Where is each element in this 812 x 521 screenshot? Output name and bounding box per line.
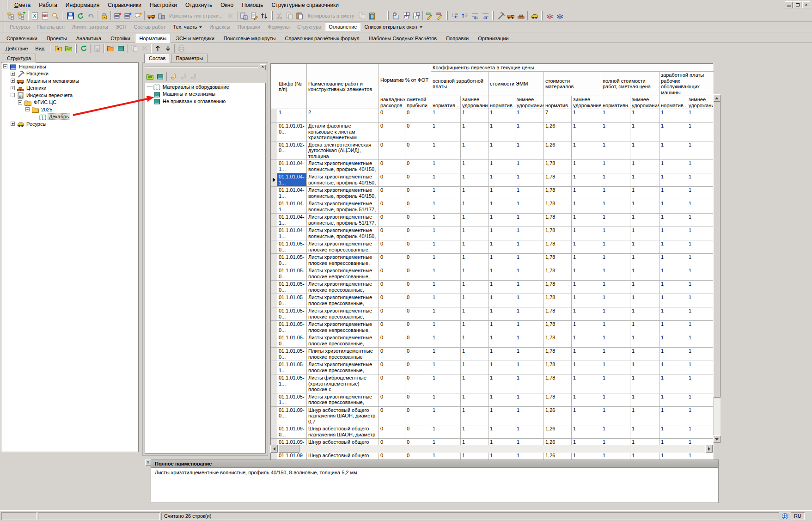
cell-value[interactable]: 1 bbox=[461, 187, 488, 200]
menu-8[interactable]: Помощь bbox=[238, 1, 267, 9]
cell-value[interactable]: 1,78 bbox=[544, 321, 572, 334]
level-left-icon[interactable] bbox=[470, 11, 480, 21]
cell-value[interactable]: 1 bbox=[601, 294, 630, 307]
cell-value[interactable]: 0 bbox=[405, 109, 431, 123]
cell-value[interactable]: 1 bbox=[431, 267, 461, 281]
tab-structure[interactable]: Структура bbox=[2, 54, 36, 63]
prices-icon[interactable] bbox=[516, 11, 526, 21]
cell-value[interactable]: 1 bbox=[601, 109, 630, 123]
cell-value[interactable]: 0 bbox=[405, 173, 431, 187]
cell-value[interactable]: 1 bbox=[431, 109, 461, 123]
save-icon[interactable] bbox=[65, 11, 75, 21]
column-header[interactable]: заработной платы рабочих обслуживающих м… bbox=[659, 72, 714, 96]
cell-value[interactable]: 1 bbox=[488, 173, 515, 187]
cell-value[interactable]: 1 bbox=[601, 393, 630, 406]
cell-value[interactable]: 1 bbox=[687, 187, 714, 200]
cell-value[interactable]: 1 bbox=[659, 214, 687, 227]
cell-value[interactable]: 0 bbox=[379, 374, 405, 393]
cell-value[interactable]: 0 bbox=[405, 254, 431, 267]
tree-item-машины-и-механизмы[interactable]: +Машины и механизмы bbox=[1, 77, 138, 85]
cell-value[interactable]: 1 bbox=[488, 187, 515, 200]
cell-value[interactable]: 1 bbox=[687, 307, 714, 321]
cell-code[interactable]: 01.1.01.04-1... bbox=[277, 187, 307, 200]
tab-справочник-расч-тных-формул[interactable]: Справочник расчётных формул bbox=[281, 34, 364, 43]
cell-value[interactable]: 1 bbox=[687, 374, 714, 393]
menu-4[interactable]: Справочники bbox=[104, 1, 146, 9]
cell-value[interactable]: 1 bbox=[630, 321, 659, 334]
cell-value[interactable]: 1 bbox=[461, 393, 488, 406]
cell-name[interactable]: Листы хризотилцементные плоские прессова… bbox=[307, 307, 379, 321]
cell-value[interactable]: 0 bbox=[379, 254, 405, 267]
folder-collapse-icon[interactable] bbox=[145, 71, 155, 81]
cell-value[interactable]: 1 bbox=[431, 160, 461, 173]
cell-value[interactable]: 1 bbox=[572, 321, 601, 334]
cell-value[interactable]: 0 bbox=[405, 361, 431, 374]
cell-value[interactable]: 1,78 bbox=[544, 294, 572, 307]
cell-value[interactable]: 1 bbox=[488, 361, 515, 374]
cell-value[interactable]: 1 bbox=[488, 374, 515, 393]
cell-name[interactable]: Листы фиброцементные (хризотилцементные)… bbox=[307, 374, 379, 393]
cell-value[interactable]: 1 bbox=[630, 254, 659, 267]
view-состав-работ[interactable]: Состав работ bbox=[130, 23, 170, 31]
cell-value[interactable]: 0 bbox=[405, 307, 431, 321]
tab-аналитика[interactable]: Аналитика bbox=[72, 34, 106, 43]
cell-value[interactable]: 1 bbox=[515, 160, 544, 173]
view-ресурсы[interactable]: Ресурсы bbox=[6, 23, 33, 31]
view-оглавление[interactable]: Оглавление bbox=[325, 23, 360, 31]
cell-value[interactable]: 1 bbox=[515, 348, 544, 361]
cell-value[interactable]: 0 bbox=[379, 307, 405, 321]
cell-value[interactable]: 1 bbox=[461, 406, 488, 425]
cell-value[interactable]: 1 bbox=[601, 425, 630, 439]
cell-value[interactable]: 1,26 bbox=[544, 425, 572, 439]
cell-value[interactable]: 1 bbox=[488, 406, 515, 425]
cell-value[interactable]: 1 bbox=[659, 406, 687, 425]
cell-value[interactable]: 0 bbox=[379, 393, 405, 406]
edit-norm-icon[interactable] bbox=[424, 11, 434, 21]
tab-проекты[interactable]: Проекты bbox=[42, 34, 72, 43]
cell-value[interactable]: 1 bbox=[659, 348, 687, 361]
cell-value[interactable]: 0 bbox=[405, 374, 431, 393]
cell-value[interactable]: 1 bbox=[461, 109, 488, 123]
book-p-icon[interactable]: P bbox=[401, 11, 411, 21]
cell-value[interactable]: 0 bbox=[379, 281, 405, 294]
cell-code[interactable]: 01.1.01.09-0... bbox=[277, 425, 307, 439]
cell-name[interactable]: Листы хризотилцементные волнистые, профи… bbox=[307, 200, 379, 214]
cell-value[interactable]: 1 bbox=[488, 214, 515, 227]
cell-value[interactable]: 1 bbox=[515, 406, 544, 425]
toolbar-grip[interactable] bbox=[541, 11, 543, 20]
cell-value[interactable]: 1 bbox=[630, 307, 659, 321]
cell-value[interactable]: 1 bbox=[488, 281, 515, 294]
cell-value[interactable]: 1 bbox=[687, 425, 714, 439]
cell-value[interactable]: 1 bbox=[572, 227, 601, 240]
books-pink-icon[interactable] bbox=[544, 11, 555, 21]
toc-item-машины-и-механизмы[interactable]: Машины и механизмы bbox=[145, 91, 265, 98]
cell-value[interactable]: 1 bbox=[630, 160, 659, 173]
resource-copy-icon[interactable] bbox=[146, 11, 156, 21]
tree-item-декабрь[interactable]: Декабрь bbox=[1, 113, 138, 121]
cell-value[interactable]: 0 bbox=[379, 406, 405, 425]
cell-value[interactable]: 1 bbox=[461, 307, 488, 321]
column-header[interactable]: нормативн... bbox=[601, 96, 630, 109]
cell-value[interactable]: 0 bbox=[405, 294, 431, 307]
cell-value[interactable]: 1 bbox=[630, 123, 659, 141]
cell-value[interactable]: 7 bbox=[544, 109, 572, 123]
cell-value[interactable]: 1 bbox=[601, 361, 630, 374]
cell-value[interactable]: 1 bbox=[659, 200, 687, 214]
horizontal-scrollbar[interactable] bbox=[270, 445, 713, 453]
cell-value[interactable]: 1,78 bbox=[544, 267, 572, 281]
tab-стройки[interactable]: Стройки bbox=[106, 34, 134, 43]
cell-value[interactable]: 1 bbox=[601, 123, 630, 141]
cell-value[interactable]: 1 bbox=[687, 294, 714, 307]
table-row[interactable]: 01.1.01.04-1...Листы хризотилцементные в… bbox=[271, 200, 714, 214]
cell-value[interactable]: 1 bbox=[572, 281, 601, 294]
cell-value[interactable]: 1 bbox=[572, 160, 601, 173]
toolbar-grip[interactable] bbox=[62, 11, 63, 20]
scrollbar-thumb[interactable] bbox=[278, 445, 299, 453]
cell-value[interactable]: 1,78 bbox=[544, 240, 572, 254]
cell-value[interactable]: 1 bbox=[431, 374, 461, 393]
column-header[interactable]: стоимости материалов bbox=[544, 72, 601, 96]
unlock-icon[interactable] bbox=[99, 11, 109, 21]
cell-value[interactable]: 1 bbox=[659, 294, 687, 307]
cell-value[interactable]: 1,78 bbox=[544, 254, 572, 267]
cell-value[interactable]: 1 bbox=[687, 393, 714, 406]
